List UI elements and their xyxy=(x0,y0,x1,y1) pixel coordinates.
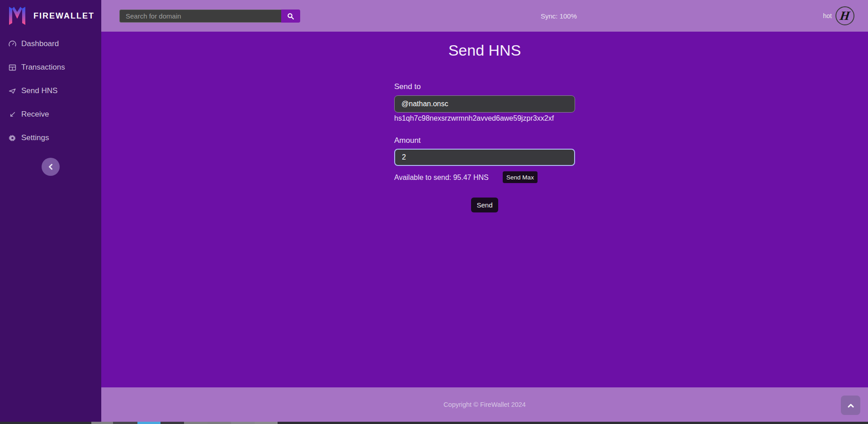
send-to-input[interactable] xyxy=(394,95,575,113)
firewallet-logo-icon xyxy=(7,5,27,27)
top-bar: Sync: 100% hot H xyxy=(101,0,868,32)
sidebar-item-transactions[interactable]: Transactions xyxy=(0,56,101,79)
resolved-address: hs1qh7c98nexsrzwrmnh2avved6awe59jzpr3xx2… xyxy=(394,114,554,122)
send-button[interactable]: Send xyxy=(471,198,498,212)
send-form: Send to hs1qh7c98nexsrzwrmnh2avved6awe59… xyxy=(394,32,575,249)
sidebar-collapse-button[interactable] xyxy=(42,158,60,176)
handshake-logo-icon[interactable]: H xyxy=(835,6,854,25)
amount-input[interactable] xyxy=(394,149,575,166)
search-button[interactable] xyxy=(281,9,300,23)
taskbar-window-segment[interactable] xyxy=(160,422,184,424)
send-plane-icon xyxy=(9,87,16,95)
chevron-up-icon xyxy=(848,403,854,408)
wallet-type-label: hot xyxy=(823,12,832,19)
copyright-text: Copyright © FireWallet 2024 xyxy=(101,401,868,408)
taskbar-window-segment[interactable] xyxy=(113,422,137,424)
search-input[interactable] xyxy=(119,9,281,23)
taskbar-filler xyxy=(0,422,91,424)
app-title: FIREWALLET xyxy=(33,11,94,21)
available-balance-text: Available to send: 95.47 HNS xyxy=(394,174,489,182)
sidebar-item-label: Send HNS xyxy=(21,86,57,95)
sidebar-item-label: Settings xyxy=(21,133,49,142)
wallet-meta: hot H xyxy=(823,0,854,32)
taskbar-window-segment[interactable] xyxy=(184,422,208,424)
receive-arrow-icon xyxy=(9,111,16,118)
send-to-label: Send to xyxy=(394,82,421,91)
taskbar-filler xyxy=(278,422,868,424)
taskbar-window-segment[interactable] xyxy=(91,422,113,424)
sidebar-item-receive[interactable]: Receive xyxy=(0,103,101,126)
sidebar-item-dashboard[interactable]: Dashboard xyxy=(0,32,101,56)
taskbar-window-segment[interactable] xyxy=(255,422,278,424)
app-logo: FIREWALLET xyxy=(0,0,101,32)
settings-gear-icon xyxy=(9,134,16,142)
footer: Copyright © FireWallet 2024 xyxy=(101,387,868,422)
chevron-left-icon xyxy=(48,164,53,170)
transactions-table-icon xyxy=(9,64,16,71)
scroll-to-top-button[interactable] xyxy=(841,396,860,415)
sidebar: FIREWALLET Dashboard Transactions xyxy=(0,0,101,424)
taskbar-window-segment[interactable] xyxy=(231,422,255,424)
taskbar-strip xyxy=(0,422,868,424)
sync-status: Sync: 100% xyxy=(541,0,577,32)
sidebar-item-label: Dashboard xyxy=(21,39,59,48)
taskbar-window-segment[interactable] xyxy=(137,422,160,424)
dashboard-gauge-icon xyxy=(9,40,16,48)
amount-label: Amount xyxy=(394,136,421,145)
search-icon xyxy=(287,13,294,20)
domain-search xyxy=(119,9,300,23)
send-max-button[interactable]: Send Max xyxy=(503,171,538,183)
sidebar-item-settings[interactable]: Settings xyxy=(0,126,101,150)
sidebar-item-label: Receive xyxy=(21,110,49,119)
sidebar-item-label: Transactions xyxy=(21,63,65,72)
send-hns-page: Send HNS Send to hs1qh7c98nexsrzwrmnh2av… xyxy=(101,32,868,387)
taskbar-window-segment[interactable] xyxy=(208,422,231,424)
sidebar-item-send-hns[interactable]: Send HNS xyxy=(0,79,101,103)
